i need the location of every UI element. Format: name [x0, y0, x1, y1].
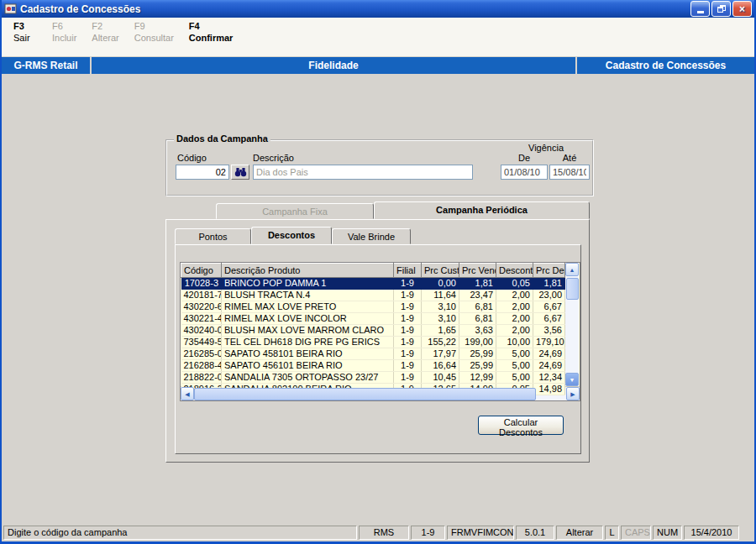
grid-column-header[interactable]: Filial: [394, 264, 422, 278]
campaign-type-tab[interactable]: Campanha Periódica: [374, 201, 590, 219]
cell-prc-custo: 1,65: [422, 325, 459, 337]
campaign-group-title: Dados da Campanha: [174, 133, 270, 144]
toolbar-button[interactable]: F6 Incluir: [52, 21, 76, 43]
cell-prc-venda: 6,81: [459, 313, 496, 325]
benefit-tab[interactable]: Pontos: [175, 228, 251, 244]
grid-row[interactable]: 420181-7 BLUSH TRACTA N.4 1-9 11,64 23,4…: [181, 290, 565, 301]
tab-label: Vale Brinde: [348, 232, 395, 242]
campaign-type-tab[interactable]: Campanha Fixa: [216, 203, 374, 219]
cell-codigo: 216285-0: [181, 348, 222, 360]
cell-prc-venda: 23,47: [459, 290, 496, 301]
scroll-right-button[interactable]: ▶: [566, 387, 580, 400]
cell-prc-custo: 155,22: [422, 337, 459, 348]
grid-row[interactable]: 430240-0 BLUSH MAX LOVE MARROM CLARO 1-9…: [181, 325, 565, 337]
scroll-down-button[interactable]: ▼: [565, 373, 579, 386]
vertical-scroll-track[interactable]: [565, 276, 579, 373]
toolbar-button[interactable]: F2 Alterar: [92, 21, 118, 43]
close-button[interactable]: ×: [732, 1, 752, 17]
grid-column-header[interactable]: Código: [181, 264, 222, 278]
vigencia-label: Vigência: [501, 143, 591, 153]
cell-descricao: SANDALIA 7305 ORTOPASSO 23/27: [222, 372, 394, 384]
scroll-up-button[interactable]: ▲: [565, 263, 579, 276]
toolbar-button-label: Confirmar: [189, 33, 234, 43]
vigencia-ate-input[interactable]: [549, 165, 590, 180]
cell-prc-custo: 3,10: [422, 313, 459, 325]
vertical-scrollbar[interactable]: ▲ ▼: [565, 263, 579, 386]
status-bar: Digite o código da campanha RMS 1-9 FRMV…: [2, 523, 754, 541]
grid-row[interactable]: 430220-6 RIMEL MAX LOVE PRETO 1-9 3,10 6…: [181, 301, 565, 313]
cell-codigo: 216288-4: [181, 360, 222, 372]
cell-descricao: TEL CEL DH618 DIG PRE PG ERICS: [222, 337, 394, 348]
status-panel: 5.0.1: [516, 526, 554, 540]
vertical-scroll-thumb[interactable]: [566, 278, 579, 300]
benefit-tab[interactable]: Vale Brinde: [332, 228, 411, 244]
cell-prc-custo: 11,64: [422, 290, 459, 301]
cell-descricao: RIMEL MAX LOVE PRETO: [222, 301, 394, 313]
cell-codigo: 430240-0: [181, 325, 222, 337]
horizontal-scroll-track[interactable]: [194, 387, 566, 400]
cell-prc-desc: 179,10: [533, 337, 565, 348]
scroll-left-button[interactable]: ◀: [181, 387, 194, 400]
cell-codigo: 218822-0: [181, 372, 222, 384]
campanha-periodica-page: Pontos Descontos Vale Brinde: [165, 219, 590, 463]
tab-label: Pontos: [198, 232, 227, 242]
toolbar-button-key: F3: [13, 21, 37, 31]
grid-row[interactable]: 216288-4 SAPATO 456101 BEIRA RIO 1-9 16,…: [181, 360, 565, 372]
horizontal-scrollbar[interactable]: ◀ ▶: [181, 386, 580, 400]
benefit-tabbar: Pontos Descontos Vale Brinde: [175, 227, 581, 244]
toolbar-button[interactable]: F9 Consultar: [134, 21, 174, 43]
cell-prc-custo: 10,45: [422, 372, 459, 384]
cell-descricao: BLUSH MAX LOVE MARROM CLARO: [222, 325, 394, 337]
status-panel: RMS: [359, 526, 409, 540]
calcular-descontos-button[interactable]: Calcular Descontos: [478, 416, 564, 435]
cell-desconto: 5,00: [496, 360, 533, 372]
grid-column-header[interactable]: Prc Venda: [459, 264, 496, 278]
cell-codigo: 735449-5: [181, 337, 222, 348]
toolbar-button-key: F9: [134, 21, 174, 31]
restore-button[interactable]: [711, 1, 731, 17]
grid-column-header[interactable]: Descrição Produto: [222, 264, 394, 278]
search-campaign-button[interactable]: [231, 165, 249, 180]
grid-column-header[interactable]: Prc Custo: [422, 264, 459, 278]
cell-filial: 1-9: [394, 290, 422, 301]
status-panel: 15/4/2010: [684, 526, 739, 540]
grid-row[interactable]: 216285-0 SAPATO 458101 BEIRA RIO 1-9 17,…: [181, 348, 565, 360]
toolbar-button[interactable]: F3 Sair: [13, 21, 37, 43]
descricao-input[interactable]: [253, 165, 473, 180]
binoculars-icon: [234, 167, 247, 177]
cell-desconto: 5,00: [496, 348, 533, 360]
vigencia-de-input[interactable]: [501, 165, 548, 180]
cell-desconto: 2,00: [496, 290, 533, 301]
minimize-icon: [697, 11, 704, 13]
cell-codigo: 430220-6: [181, 301, 222, 313]
cell-prc-desc: 3,56: [533, 325, 565, 337]
cell-desconto: 2,00: [496, 301, 533, 313]
arrow-left-icon: ◀: [185, 391, 189, 397]
grid-row[interactable]: 218822-0 SANDALIA 7305 ORTOPASSO 23/27 1…: [181, 372, 565, 384]
tab-label: Campanha Periódica: [436, 205, 528, 215]
toolbar-button[interactable]: F4 Confirmar: [189, 21, 234, 43]
codigo-label: Código: [177, 153, 207, 163]
cell-filial: 1-9: [394, 278, 422, 290]
campaign-type-tabbar: Campanha Fixa Campanha Periódica: [165, 201, 590, 219]
grid-row[interactable]: 17028-3 BRINCO POP DAMMA 1 1-9 0,00 1,81…: [181, 278, 565, 290]
grid-column-header[interactable]: Desconto: [496, 264, 533, 278]
status-message: Digite o código da campanha: [3, 526, 357, 540]
toolbar-button-label: Sair: [13, 33, 37, 43]
grid-column-header[interactable]: Prc Desc: [533, 264, 565, 278]
cell-desconto: 5,00: [496, 372, 533, 384]
grid-row[interactable]: 430221-4 RIMEL MAX LOVE INCOLOR 1-9 3,10…: [181, 313, 565, 325]
benefit-tab[interactable]: Descontos: [251, 227, 332, 244]
minimize-button[interactable]: [690, 1, 710, 17]
cell-prc-desc: 6,67: [533, 301, 565, 313]
campaign-type-tabs: Campanha Fixa Campanha Periódica Pontos: [165, 201, 590, 463]
codigo-input[interactable]: [176, 165, 229, 180]
status-panel: FRMVFIMCONC: [447, 526, 514, 540]
products-grid: Código Descrição Produto Filial Prc Cust…: [180, 262, 580, 401]
cell-prc-custo: 0,00: [422, 278, 459, 290]
horizontal-scroll-thumb[interactable]: [194, 388, 536, 400]
toolbar-button-label: Incluir: [52, 33, 76, 43]
main-area: Dados da Campanha Vigência Código Descri…: [2, 74, 754, 523]
grid-row[interactable]: 735449-5 TEL CEL DH618 DIG PRE PG ERICS …: [181, 337, 565, 348]
status-panel: NUM: [653, 526, 682, 540]
